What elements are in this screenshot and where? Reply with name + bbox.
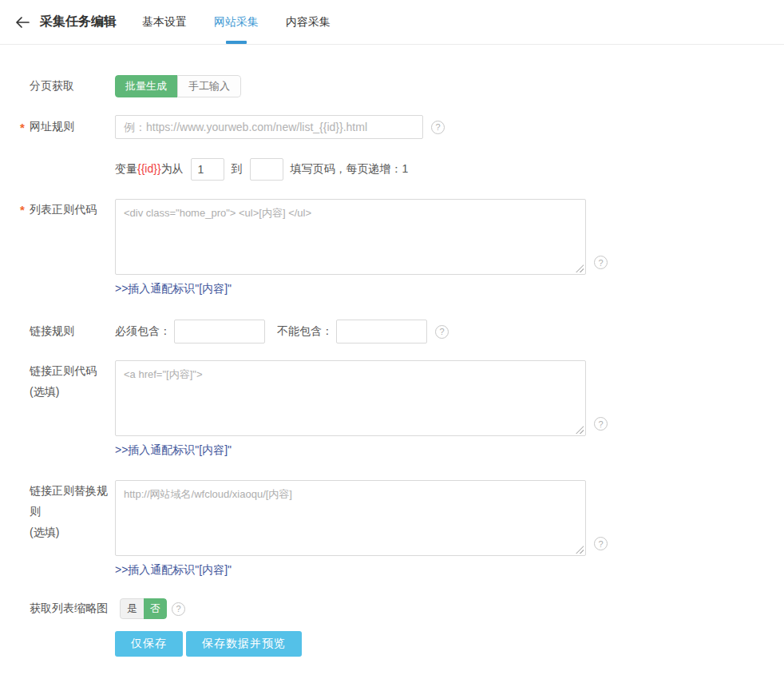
insert-wildcard-link[interactable]: >>插入通配标识"[内容]" bbox=[115, 443, 232, 458]
link-rule-label: 链接规则 bbox=[20, 324, 115, 339]
header: 采集任务编辑 基本设置 网站采集 内容采集 bbox=[0, 0, 784, 45]
insert-wildcard-link[interactable]: >>插入通配标识"[内容]" bbox=[115, 563, 232, 578]
thumbnail-label: 获取列表缩略图 bbox=[20, 602, 115, 616]
link-rule-row: 链接规则 必须包含： 不能包含： ? bbox=[20, 320, 784, 343]
to-label: 到 bbox=[232, 162, 243, 177]
link-regex-textarea[interactable] bbox=[115, 360, 586, 436]
tab-bar: 基本设置 网站采集 内容采集 bbox=[129, 0, 344, 44]
help-icon[interactable]: ? bbox=[594, 417, 608, 431]
tab-basic-settings[interactable]: 基本设置 bbox=[142, 0, 187, 44]
actions-row: 仅保存 保存数据并预览 bbox=[20, 631, 784, 657]
insert-wildcard-link[interactable]: >>插入通配标识"[内容]" bbox=[115, 282, 232, 296]
thumbnail-toggle: 是 否 bbox=[120, 598, 167, 619]
link-regex-row: 链接正则代码 (选填) ? >>插入通配标识"[内容]" bbox=[20, 360, 784, 458]
must-contain-label: 必须包含： bbox=[115, 324, 171, 339]
required-mark: * bbox=[20, 200, 25, 220]
toggle-no[interactable]: 否 bbox=[144, 598, 167, 619]
url-rule-input[interactable] bbox=[115, 115, 423, 139]
save-only-button[interactable]: 仅保存 bbox=[115, 631, 183, 657]
help-icon[interactable]: ? bbox=[172, 602, 185, 616]
help-icon[interactable]: ? bbox=[435, 325, 449, 339]
link-replace-textarea[interactable] bbox=[115, 480, 586, 556]
pagination-label: 分页获取 bbox=[20, 79, 115, 93]
required-mark: * bbox=[20, 121, 25, 134]
link-regex-label: 链接正则代码 (选填) bbox=[20, 360, 115, 402]
form: 分页获取 批量生成 手工输入 * 网址规则 ? 变量{{id}}为从 到 填写页… bbox=[0, 45, 784, 657]
variable-row: 变量{{id}}为从 到 填写页码，每页递增：1 bbox=[20, 158, 784, 181]
page-from-input[interactable] bbox=[191, 158, 224, 181]
variable-token: {{id}} bbox=[137, 162, 161, 175]
list-regex-label: * 列表正则代码 bbox=[20, 199, 115, 220]
list-regex-row: * 列表正则代码 ? >>插入通配标识"[内容]" bbox=[20, 199, 784, 296]
not-contain-label: 不能包含： bbox=[277, 324, 333, 339]
tab-website-collection[interactable]: 网站采集 bbox=[214, 0, 259, 44]
help-icon[interactable]: ? bbox=[594, 256, 608, 269]
pagination-toggle: 批量生成 手工输入 bbox=[115, 75, 241, 97]
must-contain-input[interactable] bbox=[174, 320, 265, 343]
variable-prefix: 变量{{id}}为从 bbox=[115, 162, 184, 177]
url-rule-row: * 网址规则 ? bbox=[20, 115, 784, 139]
back-button[interactable] bbox=[14, 16, 30, 29]
link-replace-row: 链接正则替换规则 (选填) ? >>插入通配标识"[内容]" bbox=[20, 480, 784, 578]
arrow-left-icon bbox=[14, 16, 30, 29]
page-title: 采集任务编辑 bbox=[40, 14, 117, 30]
link-replace-label: 链接正则替换规则 (选填) bbox=[20, 480, 115, 542]
pagination-row: 分页获取 批量生成 手工输入 bbox=[20, 75, 784, 97]
optional-note: (选填) bbox=[30, 385, 59, 398]
page-increment-text: 填写页码，每页递增：1 bbox=[291, 162, 409, 177]
toggle-yes[interactable]: 是 bbox=[120, 598, 144, 619]
help-icon[interactable]: ? bbox=[431, 121, 445, 134]
thumbnail-row: 获取列表缩略图 是 否 ? bbox=[20, 598, 784, 619]
not-contain-input[interactable] bbox=[336, 320, 427, 343]
tab-content-collection[interactable]: 内容采集 bbox=[286, 0, 331, 44]
page-to-input[interactable] bbox=[250, 158, 283, 181]
toggle-manual-input[interactable]: 手工输入 bbox=[177, 75, 241, 97]
help-icon[interactable]: ? bbox=[594, 537, 608, 550]
list-regex-textarea[interactable] bbox=[115, 199, 586, 275]
toggle-batch-generate[interactable]: 批量生成 bbox=[115, 75, 177, 97]
url-rule-label: * 网址规则 bbox=[20, 120, 115, 134]
save-and-preview-button[interactable]: 保存数据并预览 bbox=[186, 631, 302, 657]
optional-note: (选填) bbox=[30, 526, 59, 538]
